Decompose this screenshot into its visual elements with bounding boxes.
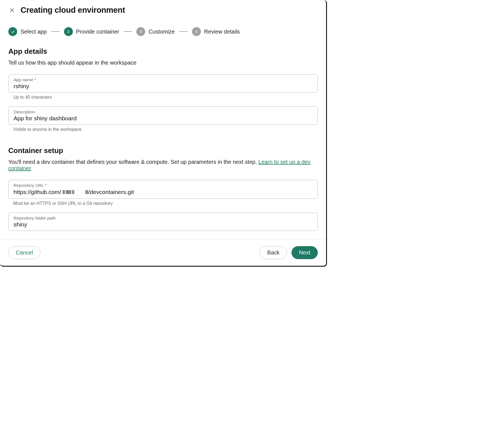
create-cloud-env-dialog: Creating cloud environment Select app 2 … — [0, 0, 327, 267]
repo-url-help: Must be an HTTPS or SSH URL to a Git rep… — [13, 201, 318, 206]
redacted-segment — [66, 190, 71, 194]
app-name-input[interactable] — [14, 83, 313, 90]
step-select-app[interactable]: Select app — [8, 27, 47, 36]
repo-url-label: Repository URL * — [14, 183, 313, 188]
description-field[interactable]: Description — [8, 106, 318, 125]
redacted-segment — [72, 190, 74, 194]
back-button[interactable]: Back — [260, 246, 287, 259]
repo-url-field[interactable]: Repository URL * https://github.com/ /de… — [8, 180, 318, 199]
app-name-help: Up to 40 characters — [13, 95, 318, 100]
step-provide-container[interactable]: 2 Provide container — [64, 27, 119, 36]
description-input[interactable] — [14, 115, 313, 122]
step-label: Customize — [149, 29, 175, 35]
app-name-label: App name * — [14, 77, 313, 82]
check-icon — [8, 27, 17, 36]
dialog-title: Creating cloud environment — [21, 6, 125, 15]
section-title-app-details: App details — [8, 47, 318, 56]
step-number: 3 — [136, 27, 145, 36]
repo-folder-label: Repository folder path — [14, 216, 313, 221]
repo-folder-input[interactable] — [14, 221, 313, 228]
step-customize[interactable]: 3 Customize — [136, 27, 175, 36]
repo-folder-field[interactable]: Repository folder path — [8, 213, 318, 231]
cancel-button[interactable]: Cancel — [8, 246, 40, 259]
step-label: Provide container — [76, 29, 119, 35]
section-title-container: Container setup — [8, 146, 318, 155]
section-sub-app-details: Tell us how this app should appear in th… — [8, 60, 318, 66]
step-connector — [179, 31, 188, 32]
redacted-segment — [85, 190, 88, 194]
step-label: Select app — [21, 29, 47, 35]
step-label: Review details — [204, 29, 240, 35]
app-name-field[interactable]: App name * — [8, 74, 318, 93]
step-number: 2 — [64, 27, 73, 36]
close-icon[interactable] — [8, 7, 16, 14]
section-sub-container: You'll need a dev container that defines… — [8, 159, 318, 172]
step-connector — [51, 31, 60, 32]
dialog-footer: Cancel Back Next — [0, 239, 326, 266]
container-sub-text: You'll need a dev container that defines… — [8, 159, 259, 165]
dialog-header: Creating cloud environment — [8, 6, 318, 15]
step-number: 4 — [192, 27, 201, 36]
step-review-details[interactable]: 4 Review details — [192, 27, 240, 36]
repo-url-input[interactable]: https://github.com/ /devcontainers.git — [14, 188, 313, 196]
next-button[interactable]: Next — [291, 246, 318, 259]
stepper: Select app 2 Provide container 3 Customi… — [8, 27, 318, 36]
description-label: Description — [14, 109, 313, 114]
step-connector — [124, 31, 132, 32]
description-help: Visible to anyone in the workspace — [13, 127, 318, 132]
redacted-segment — [63, 190, 65, 194]
